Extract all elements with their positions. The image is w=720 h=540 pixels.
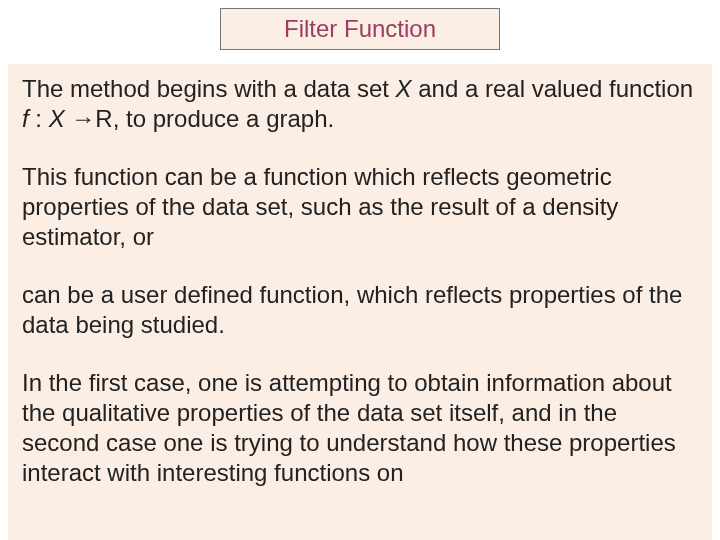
p1-text-a: The method begins with a data set xyxy=(22,75,396,102)
content-box: The method begins with a data set X and … xyxy=(8,64,712,540)
slide-title: Filter Function xyxy=(284,15,436,42)
p1-text-b: and a real valued function xyxy=(412,75,694,102)
p1-var-X2: X xyxy=(49,105,65,132)
paragraph-2: This function can be a function which re… xyxy=(22,162,698,252)
paragraph-4: In the first case, one is attempting to … xyxy=(22,368,698,488)
paragraph-3: can be a user defined function, which re… xyxy=(22,280,698,340)
p1-var-X: X xyxy=(396,75,412,102)
paragraph-1: The method begins with a data set X and … xyxy=(22,74,698,134)
p1-text-d: →R, to produce a graph. xyxy=(65,105,334,132)
title-box: Filter Function xyxy=(220,8,500,50)
p1-var-f: f xyxy=(22,105,29,132)
p1-text-c: : xyxy=(29,105,49,132)
